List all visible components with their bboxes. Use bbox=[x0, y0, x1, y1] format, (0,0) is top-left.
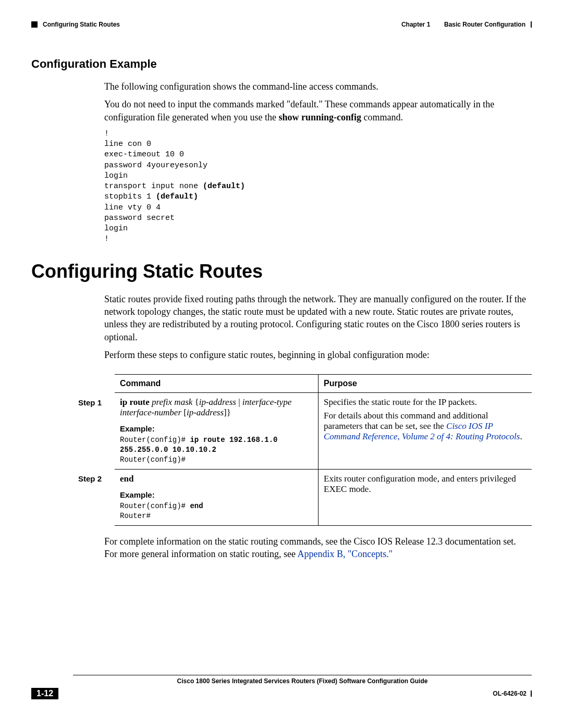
example-label: Example: bbox=[120, 490, 313, 499]
steps-table: Command Purpose Step 1 ip route prefix m… bbox=[73, 374, 532, 525]
example-label: Example: bbox=[120, 424, 313, 433]
step-label: Step 2 bbox=[73, 469, 115, 525]
body-text-block: The following configuration shows the co… bbox=[104, 80, 527, 245]
purpose-cell: Exits router configuration mode, and ent… bbox=[319, 469, 532, 525]
table-header-command: Command bbox=[115, 375, 319, 393]
header-marker-icon bbox=[31, 21, 38, 28]
example-code: Router(config)# ip route 192.168.1.0 255… bbox=[120, 435, 313, 465]
command-cell: ip route prefix mask {ip-address | inter… bbox=[115, 393, 319, 470]
page-number: 1-12 bbox=[31, 688, 58, 699]
paragraph: For complete information on the static r… bbox=[104, 535, 527, 561]
table-row: Step 1 ip route prefix mask {ip-address … bbox=[73, 393, 532, 470]
footer-bar-icon bbox=[531, 690, 532, 697]
paragraph: The following configuration shows the co… bbox=[104, 80, 527, 93]
page-footer: Cisco 1800 Series Integrated Services Ro… bbox=[31, 675, 532, 699]
header-section: Configuring Static Routes bbox=[43, 21, 120, 28]
paragraph: You do not need to input the commands ma… bbox=[104, 98, 527, 124]
body-text-block: Static routes provide fixed routing path… bbox=[104, 293, 527, 361]
purpose-cell: Specifies the static route for the IP pa… bbox=[319, 393, 532, 470]
example-code: Router(config)# end Router# bbox=[120, 501, 313, 521]
table-row: Step 2 end Example: Router(config)# end … bbox=[73, 469, 532, 525]
footer-guide-title: Cisco 1800 Series Integrated Services Ro… bbox=[73, 677, 532, 685]
header-chapter-title: Basic Router Configuration bbox=[444, 21, 525, 28]
section-heading-config-example: Configuration Example bbox=[31, 57, 532, 71]
link-appendix-b[interactable]: Appendix B, "Concepts." bbox=[297, 549, 393, 559]
header-bar-icon bbox=[531, 21, 532, 28]
step-label: Step 1 bbox=[73, 393, 115, 470]
doc-id: OL-6426-02 bbox=[493, 690, 527, 697]
section-heading-static-routes: Configuring Static Routes bbox=[31, 261, 532, 282]
page-header: Configuring Static Routes Chapter 1 Basi… bbox=[31, 21, 532, 31]
paragraph: Perform these steps to configure static … bbox=[104, 349, 527, 361]
table-header-empty bbox=[73, 375, 115, 393]
table-header-purpose: Purpose bbox=[319, 375, 532, 393]
header-chapter-label: Chapter 1 bbox=[401, 21, 430, 28]
command-cell: end Example: Router(config)# end Router# bbox=[115, 469, 319, 525]
paragraph: Static routes provide fixed routing path… bbox=[104, 293, 527, 343]
code-example: ! line con 0 exec-timeout 10 0 password … bbox=[104, 129, 527, 245]
body-text-block: For complete information on the static r… bbox=[104, 535, 527, 561]
